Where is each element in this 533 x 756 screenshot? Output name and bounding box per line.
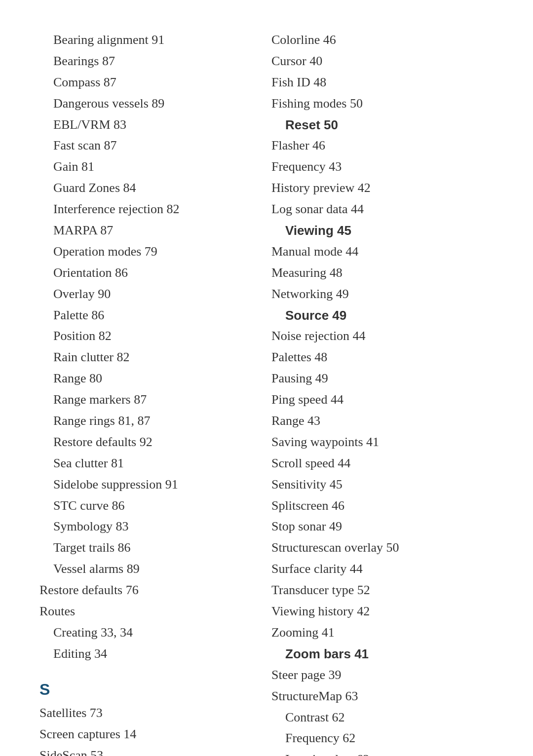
list-item: Frequency 43 — [271, 156, 494, 178]
list-item: Position 82 — [39, 326, 252, 347]
list-item: Viewing history 42 — [271, 601, 494, 622]
list-item: Splitscreen 46 — [271, 495, 494, 517]
list-item: Viewing 45 — [271, 220, 494, 241]
list-item: Ping speed 44 — [271, 389, 494, 411]
index-content: Bearing alignment 91Bearings 87Compass 8… — [39, 30, 494, 756]
list-item: StructureMap 63 — [271, 686, 494, 707]
list-item: Creating 33, 34 — [39, 622, 252, 643]
list-item: Frequency 62 — [271, 728, 494, 749]
list-item: Screen captures 14 — [39, 724, 252, 745]
list-item: Range 80 — [39, 368, 252, 389]
list-item: Source 49 — [271, 305, 494, 326]
list-item: Palettes 48 — [271, 347, 494, 368]
list-item: Orientation 86 — [39, 263, 252, 284]
list-item: Overlay 90 — [39, 284, 252, 305]
list-item: Measuring 48 — [271, 263, 494, 284]
list-item: Compass 87 — [39, 72, 252, 93]
list-item: Colorline 46 — [271, 30, 494, 51]
list-item: EBL/VRM 83 — [39, 114, 252, 136]
list-item: Stop sonar 49 — [271, 516, 494, 537]
list-item: Editing 34 — [39, 643, 252, 665]
right-items: Colorline 46Cursor 40Fish ID 48Fishing m… — [271, 30, 494, 756]
list-item: Surface clarity 44 — [271, 559, 494, 580]
list-item: Bearings 87 — [39, 51, 252, 72]
list-item: Noise rejection 44 — [271, 326, 494, 347]
list-item: Bearing alignment 91 — [39, 30, 252, 51]
list-item: Sidelobe suppression 91 — [39, 474, 252, 495]
list-item: Zooming 41 — [271, 622, 494, 643]
list-item: Fast scan 87 — [39, 135, 252, 156]
list-item: Flasher 46 — [271, 135, 494, 156]
list-item: Target trails 86 — [39, 537, 252, 559]
list-item: Restore defaults 92 — [39, 432, 252, 453]
list-item: Sensitivity 45 — [271, 474, 494, 495]
list-item: Contrast 62 — [271, 707, 494, 728]
list-item: Palette 86 — [39, 305, 252, 326]
section-s-letter: S — [39, 680, 252, 699]
left-top-items: Bearing alignment 91Bearings 87Compass 8… — [39, 30, 252, 665]
list-item: Networking 49 — [271, 284, 494, 305]
list-item: Guard Zones 84 — [39, 178, 252, 199]
list-item: Pausing 49 — [271, 368, 494, 389]
list-item: Vessel alarms 89 — [39, 559, 252, 580]
list-item: Scroll speed 44 — [271, 453, 494, 474]
list-item: Range rings 81, 87 — [39, 411, 252, 432]
list-item: Cursor 40 — [271, 51, 494, 72]
list-item: Satellites 73 — [39, 703, 252, 724]
left-section-s-items: Satellites 73Screen captures 14SideScan … — [39, 703, 252, 756]
list-item: STC curve 86 — [39, 495, 252, 517]
list-item: Range markers 87 — [39, 389, 252, 411]
list-item: Transducer type 52 — [271, 580, 494, 601]
list-item: Rain clutter 82 — [39, 347, 252, 368]
list-item: Symbology 83 — [39, 516, 252, 537]
column-left: Bearing alignment 91Bearings 87Compass 8… — [39, 30, 266, 756]
list-item: MARPA 87 — [39, 220, 252, 241]
list-item: Log sonar data 44 — [271, 199, 494, 220]
page-container: Bearing alignment 91Bearings 87Compass 8… — [0, 0, 533, 756]
list-item: Restore defaults 76 — [39, 580, 252, 601]
list-item: Fishing modes 50 — [271, 93, 494, 114]
list-item: Routes — [39, 601, 252, 622]
list-item: Fish ID 48 — [271, 72, 494, 93]
list-item: Sea clutter 81 — [39, 453, 252, 474]
list-item: Reset 50 — [271, 114, 494, 136]
list-item: History preview 42 — [271, 178, 494, 199]
list-item: Steer page 39 — [271, 665, 494, 686]
list-item: Logging data 62 — [271, 749, 494, 756]
list-item: Zoom bars 41 — [271, 643, 494, 665]
list-item: Manual mode 44 — [271, 241, 494, 263]
list-item: Operation modes 79 — [39, 241, 252, 263]
column-right: Colorline 46Cursor 40Fish ID 48Fishing m… — [266, 30, 494, 756]
list-item: Gain 81 — [39, 156, 252, 178]
list-item: Structurescan overlay 50 — [271, 537, 494, 559]
list-item: Range 43 — [271, 411, 494, 432]
list-item: Interference rejection 82 — [39, 199, 252, 220]
list-item: Saving waypoints 41 — [271, 432, 494, 453]
list-item: Dangerous vessels 89 — [39, 93, 252, 114]
list-item: SideScan 53 — [39, 745, 252, 756]
